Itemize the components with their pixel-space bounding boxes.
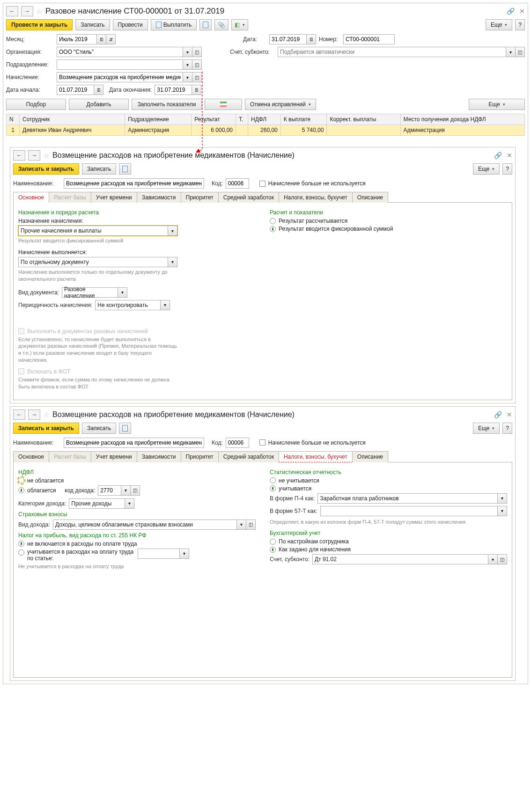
favorite-icon[interactable]: ☆ bbox=[43, 410, 50, 419]
stat-yes-radio[interactable] bbox=[270, 485, 276, 491]
calendar-icon[interactable]: 🗓 bbox=[307, 34, 316, 44]
dropdown-icon[interactable]: ▾ bbox=[180, 549, 189, 559]
name-input[interactable] bbox=[64, 178, 204, 189]
dropdown-icon[interactable]: ▾ bbox=[168, 257, 177, 267]
calendar-icon[interactable]: 🗓 bbox=[192, 85, 201, 95]
tab-base[interactable]: Расчет базы bbox=[49, 192, 91, 203]
dropdown-icon[interactable]: ▾ bbox=[118, 287, 127, 298]
tab-deps[interactable]: Зависимости bbox=[137, 192, 181, 203]
print-button[interactable] bbox=[199, 19, 212, 30]
open-icon[interactable]: ◫ bbox=[131, 485, 140, 496]
tab-desc[interactable]: Описание bbox=[352, 192, 388, 203]
profit-noexp-radio[interactable] bbox=[18, 541, 24, 547]
dropdown-icon[interactable]: ▾ bbox=[506, 47, 516, 57]
ndfl-notax-radio[interactable] bbox=[18, 477, 24, 483]
ndfl-tax-radio[interactable] bbox=[18, 487, 24, 493]
tab-deps[interactable]: Зависимости bbox=[137, 451, 181, 462]
purpose-select[interactable]: Прочие начисления и выплаты bbox=[18, 226, 168, 236]
cancel-corrections-button[interactable]: Отмена исправлений bbox=[245, 99, 316, 110]
report-button[interactable]: ◧ bbox=[231, 19, 248, 30]
not-used-checkbox[interactable] bbox=[259, 439, 266, 446]
accrual-input[interactable] bbox=[57, 72, 183, 82]
account-select[interactable]: Дт 91.02 bbox=[312, 554, 488, 564]
more-button[interactable]: Еще bbox=[486, 19, 512, 30]
fill-indicators-button[interactable]: Заполнить показатели bbox=[132, 99, 202, 110]
tab-priority[interactable]: Приоритет bbox=[181, 451, 219, 462]
dropdown-icon[interactable]: ▾ bbox=[498, 506, 507, 516]
open-icon[interactable]: ◫ bbox=[498, 554, 507, 564]
help-button[interactable]: ? bbox=[502, 163, 512, 175]
close-icon[interactable]: ✕ bbox=[507, 152, 512, 159]
period-select[interactable]: Не контролировать bbox=[95, 300, 161, 310]
income-category-select[interactable]: Прочие доходы bbox=[69, 498, 125, 509]
start-date-input[interactable] bbox=[57, 85, 94, 95]
code-input[interactable] bbox=[226, 438, 249, 448]
post-button[interactable]: Провести bbox=[113, 19, 148, 30]
form-button[interactable] bbox=[119, 163, 131, 175]
dropdown-icon[interactable]: ▾ bbox=[121, 485, 131, 496]
save-and-close-button[interactable]: Записать и закрыть bbox=[13, 163, 79, 175]
post-and-close-button[interactable]: Провести и закрыть bbox=[6, 19, 73, 30]
table-more-button[interactable]: Еще bbox=[469, 99, 525, 110]
doctype-select[interactable]: Разовое начисление bbox=[62, 287, 118, 298]
write-button[interactable]: Записать bbox=[75, 19, 110, 30]
nav-back-button[interactable]: ← bbox=[6, 6, 18, 16]
link-icon[interactable]: 🔗 bbox=[507, 7, 515, 15]
select-button[interactable]: Подбор bbox=[6, 99, 66, 110]
tab-priority[interactable]: Приоритет bbox=[181, 192, 219, 203]
open-icon[interactable]: ◫ bbox=[192, 47, 202, 57]
form-button[interactable] bbox=[119, 423, 131, 434]
employees-table[interactable]: N Сотрудник Подразделение Результат Т. Н… bbox=[6, 114, 525, 136]
tab-main[interactable]: Основное bbox=[13, 451, 49, 462]
tab-time[interactable]: Учет времени bbox=[91, 451, 137, 462]
help-button[interactable]: ? bbox=[515, 19, 525, 30]
nav-back-button[interactable]: ← bbox=[13, 410, 25, 420]
save-and-close-button[interactable]: Записать и закрыть bbox=[13, 423, 79, 434]
tab-time[interactable]: Учет времени bbox=[91, 192, 137, 203]
calendar-icon[interactable]: 🗓 bbox=[94, 85, 103, 95]
pay-button[interactable]: Выплатить bbox=[151, 19, 197, 30]
tab-main[interactable]: Основное bbox=[13, 192, 49, 203]
tab-taxes[interactable]: Налоги, взносы, бухучет bbox=[279, 192, 353, 203]
columns-button[interactable] bbox=[205, 99, 242, 110]
acc-by-employee-radio[interactable] bbox=[270, 539, 276, 545]
not-used-checkbox[interactable] bbox=[259, 181, 266, 187]
org-input[interactable] bbox=[57, 47, 183, 57]
table-row[interactable]: 1 Девяткин Иван Андреевич Администрация … bbox=[7, 125, 525, 136]
help-button[interactable]: ? bbox=[502, 423, 512, 434]
tab-desc[interactable]: Описание bbox=[352, 451, 388, 462]
close-icon[interactable]: ✕ bbox=[519, 7, 525, 15]
open-icon[interactable]: ◫ bbox=[246, 519, 256, 530]
result-calculated-radio[interactable] bbox=[270, 218, 276, 224]
nav-forward-button[interactable]: → bbox=[28, 150, 40, 161]
expense-article-select[interactable] bbox=[138, 549, 180, 559]
stepper-icon[interactable]: ⇵ bbox=[106, 34, 116, 44]
more-button[interactable]: Еще bbox=[473, 163, 500, 175]
acc-by-accrual-radio[interactable] bbox=[270, 547, 276, 553]
tab-taxes[interactable]: Налоги, взносы, бухучет bbox=[279, 451, 353, 462]
tab-avg[interactable]: Средний заработок bbox=[218, 192, 279, 203]
dropdown-icon[interactable]: ▾ bbox=[488, 554, 498, 564]
write-button[interactable]: Записать bbox=[82, 423, 116, 434]
dropdown-icon[interactable]: ▾ bbox=[183, 47, 192, 57]
dropdown-icon[interactable]: ▾ bbox=[168, 226, 177, 236]
dropdown-icon[interactable]: ▾ bbox=[183, 72, 192, 82]
favorite-icon[interactable]: ☆ bbox=[43, 151, 50, 160]
dropdown-icon[interactable]: ▾ bbox=[183, 59, 192, 70]
nav-back-button[interactable]: ← bbox=[13, 150, 25, 161]
income-code-input[interactable] bbox=[98, 485, 121, 496]
code-input[interactable] bbox=[226, 178, 249, 189]
month-input[interactable] bbox=[57, 34, 97, 44]
dropdown-icon[interactable]: ▾ bbox=[498, 493, 507, 504]
profit-exp-radio[interactable] bbox=[18, 549, 24, 556]
account-input[interactable] bbox=[278, 47, 506, 57]
tab-base[interactable]: Расчет базы bbox=[49, 451, 91, 462]
stat-no-radio[interactable] bbox=[270, 477, 276, 483]
nav-forward-button[interactable]: → bbox=[28, 410, 40, 420]
date-input[interactable] bbox=[269, 34, 307, 44]
p4-select[interactable]: Заработная плата работников bbox=[317, 493, 498, 504]
dropdown-icon[interactable]: ▾ bbox=[237, 519, 246, 530]
open-icon[interactable]: ◫ bbox=[192, 72, 202, 82]
add-button[interactable]: Добавить bbox=[69, 99, 129, 110]
nav-forward-button[interactable]: → bbox=[21, 6, 33, 16]
